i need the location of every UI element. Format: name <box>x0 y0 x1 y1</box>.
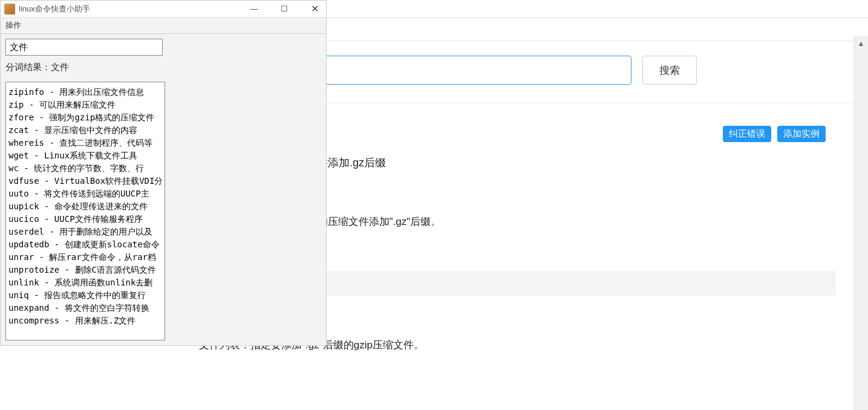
result-row[interactable]: uniq - 报告或忽略文件中的重复行 <box>8 289 162 302</box>
result-row[interactable]: uucico - UUCP文件传输服务程序 <box>8 213 162 226</box>
seg-label: 分词结果： <box>5 62 51 72</box>
result-row[interactable]: zip - 可以用来解压缩文件 <box>8 99 162 111</box>
window-controls: — ☐ ✕ <box>246 3 322 15</box>
helper-titlebar[interactable]: linux命令快查小助手 — ☐ ✕ <box>1 1 326 18</box>
window-title: linux命令快查小助手 <box>19 4 246 15</box>
result-row[interactable]: uupick - 命令处理传送进来的文件 <box>8 200 162 213</box>
fix-error-button[interactable]: 纠正错误 <box>723 126 771 142</box>
result-row[interactable]: unexpand - 将文件的空白字符转换 <box>8 302 162 314</box>
result-row[interactable]: unlink - 系统调用函数unlink去删 <box>8 276 162 289</box>
seg-value: 文件 <box>51 62 69 72</box>
helper-body: 分词结果：文件 zipinfo - 用来列出压缩文件信息zip - 可以用来解压… <box>1 34 326 345</box>
result-row[interactable]: uncompress - 用来解压.Z文件 <box>8 314 162 327</box>
result-row[interactable]: zcat - 显示压缩包中文件的内容 <box>8 124 162 137</box>
vertical-scrollbar[interactable]: ▲ <box>853 36 868 410</box>
search-input[interactable] <box>275 56 631 85</box>
result-row[interactable]: zfore - 强制为gzip格式的压缩文件 <box>8 111 162 124</box>
maximize-button[interactable]: ☐ <box>276 3 292 15</box>
result-row[interactable]: uuto - 将文件传送到远端的UUCP主 <box>8 187 162 200</box>
segmentation-result: 分词结果：文件 <box>5 62 321 73</box>
result-row[interactable]: vdfuse - VirtualBox软件挂载VDI分 <box>8 175 162 187</box>
search-button[interactable]: 搜索 <box>642 56 697 85</box>
result-row[interactable]: updatedb - 创建或更新slocate命令 <box>8 238 162 251</box>
result-row[interactable]: wc - 统计文件的字节数、字数、行 <box>8 162 162 175</box>
action-links: 纠正错误 添加实例 <box>723 126 826 142</box>
close-button[interactable]: ✕ <box>307 3 322 15</box>
helper-window: linux命令快查小助手 — ☐ ✕ 操作 分词结果：文件 zipinfo - … <box>0 0 327 346</box>
result-row[interactable]: zipinfo - 用来列出压缩文件信息 <box>8 86 162 99</box>
add-example-button[interactable]: 添加实例 <box>777 126 826 142</box>
app-icon <box>4 4 15 15</box>
result-row[interactable]: wget - Linux系统下载文件工具 <box>8 149 162 162</box>
results-listbox[interactable]: zipinfo - 用来列出压缩文件信息zip - 可以用来解压缩文件zfore… <box>5 82 165 340</box>
filter-input[interactable] <box>5 39 163 56</box>
result-row[interactable]: whereis - 查找二进制程序、代码等 <box>8 137 162 149</box>
scroll-up-arrow-icon[interactable]: ▲ <box>854 36 868 51</box>
menu-action[interactable]: 操作 <box>5 21 21 30</box>
minimize-button[interactable]: — <box>246 3 262 15</box>
result-row[interactable]: userdel - 用于删除给定的用户以及 <box>8 226 162 238</box>
helper-menubar: 操作 <box>1 18 326 34</box>
result-row[interactable]: unrar - 解压rar文件命令，从rar档 <box>8 251 162 264</box>
result-row[interactable]: unprotoize - 删除C语言源代码文件 <box>8 264 162 276</box>
